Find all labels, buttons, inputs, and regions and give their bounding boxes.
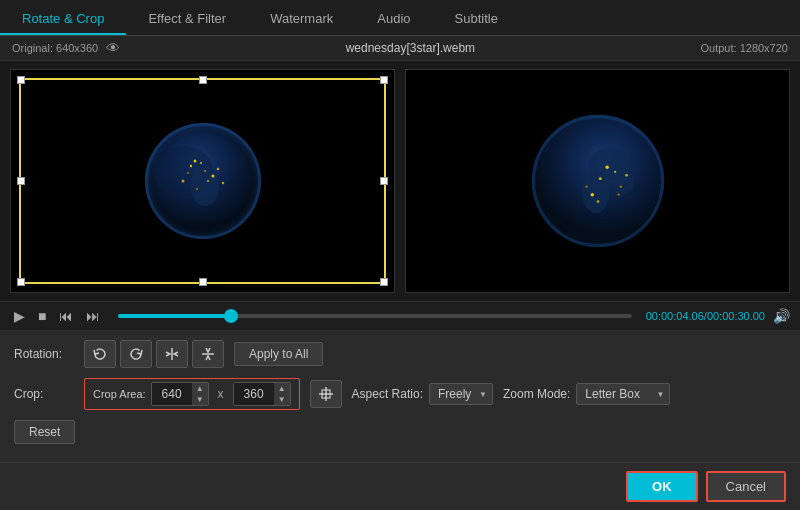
crop-handle-bl[interactable]: [17, 278, 25, 286]
tab-audio[interactable]: Audio: [355, 4, 432, 35]
crop-handle-tc[interactable]: [199, 76, 207, 84]
crop-handle-tr[interactable]: [380, 76, 388, 84]
rotate-cw-icon: [128, 346, 144, 362]
crop-handle-ml[interactable]: [17, 177, 25, 185]
crop-label: Crop:: [14, 387, 74, 401]
reset-row: Reset: [14, 420, 786, 444]
svg-point-32: [596, 200, 599, 203]
crop-width-up[interactable]: ▲: [192, 383, 208, 394]
svg-point-27: [598, 177, 601, 180]
svg-point-29: [590, 193, 593, 196]
svg-point-33: [617, 194, 619, 196]
center-crop-icon: [317, 385, 335, 403]
tab-effect-filter[interactable]: Effect & Filter: [126, 4, 248, 35]
svg-point-31: [585, 186, 587, 188]
crop-height-spinners: ▲ ▼: [274, 383, 290, 405]
tab-subtitle[interactable]: Subtitle: [433, 4, 520, 35]
rotate-ccw-icon: [92, 346, 108, 362]
crop-height-down[interactable]: ▼: [274, 394, 290, 405]
preview-right: [405, 69, 790, 293]
original-resolution: Original: 640x360: [12, 42, 98, 54]
time-total: 00:00:30.00: [707, 310, 765, 322]
crop-row: Crop: Crop Area: ▲ ▼ x ▲ ▼: [14, 378, 786, 410]
info-bar: Original: 640x360 👁 wednesday[3star].web…: [0, 36, 800, 61]
progress-track[interactable]: [118, 314, 631, 318]
rotate-cw-button[interactable]: [120, 340, 152, 368]
svg-point-23: [582, 172, 609, 213]
filename: wednesday[3star].webm: [346, 41, 475, 55]
aspect-ratio-group: Aspect Ratio: Freely 16:9 4:3 1:1: [352, 383, 493, 405]
progress-thumb[interactable]: [224, 309, 238, 323]
flip-v-icon: [200, 346, 216, 362]
flip-h-icon: [164, 346, 180, 362]
crop-width-spinners: ▲ ▼: [192, 383, 208, 405]
zoom-mode-select[interactable]: Letter Box Pan & Scan Full: [576, 383, 670, 405]
output-resolution: Output: 1280x720: [701, 42, 788, 54]
crop-width-input-group: ▲ ▼: [151, 382, 209, 406]
crop-handle-tl[interactable]: [17, 76, 25, 84]
flip-horizontal-button[interactable]: [156, 340, 188, 368]
svg-point-30: [625, 174, 628, 177]
crop-width-down[interactable]: ▼: [192, 394, 208, 405]
eye-icon[interactable]: 👁: [106, 40, 120, 56]
tab-rotate-crop[interactable]: Rotate & Crop: [0, 4, 126, 35]
timeline-bar: ▶ ■ ⏮ ⏭ 00:00:04.06/00:00:30.00 🔊: [0, 301, 800, 330]
svg-point-26: [614, 171, 616, 173]
ok-button[interactable]: OK: [626, 471, 698, 502]
crop-area-box: Crop Area: ▲ ▼ x ▲ ▼: [84, 378, 300, 410]
earth-preview-left: [133, 111, 273, 251]
crop-height-input[interactable]: [234, 383, 274, 405]
rotation-buttons: [84, 340, 224, 368]
time-current: 00:00:04.06: [646, 310, 704, 322]
earth-preview-right: [518, 101, 678, 261]
tabs-bar: Rotate & Crop Effect & Filter Watermark …: [0, 0, 800, 36]
svg-point-25: [605, 166, 608, 169]
crop-height-input-group: ▲ ▼: [233, 382, 291, 406]
cancel-button[interactable]: Cancel: [706, 471, 786, 502]
rotation-label: Rotation:: [14, 347, 74, 361]
crop-handle-bc[interactable]: [199, 278, 207, 286]
tab-watermark[interactable]: Watermark: [248, 4, 355, 35]
svg-point-18: [145, 123, 261, 239]
crop-area-label: Crop Area:: [93, 388, 146, 400]
rotate-ccw-button[interactable]: [84, 340, 116, 368]
time-display: 00:00:04.06/00:00:30.00: [646, 310, 765, 322]
crop-handle-mr[interactable]: [380, 177, 388, 185]
volume-icon[interactable]: 🔊: [773, 308, 790, 324]
stop-button[interactable]: ■: [34, 306, 50, 326]
progress-fill: [118, 314, 231, 318]
prev-frame-button[interactable]: ⏮: [55, 306, 77, 326]
play-button[interactable]: ▶: [10, 306, 29, 326]
next-frame-button[interactable]: ⏭: [82, 306, 104, 326]
crop-height-up[interactable]: ▲: [274, 383, 290, 394]
x-separator: x: [214, 387, 228, 401]
controls-section: Rotation:: [0, 330, 800, 452]
reset-button[interactable]: Reset: [14, 420, 75, 444]
crop-width-input[interactable]: [152, 383, 192, 405]
bottom-bar: OK Cancel: [0, 462, 800, 510]
aspect-ratio-select-wrapper: Freely 16:9 4:3 1:1: [429, 383, 493, 405]
aspect-ratio-label: Aspect Ratio:: [352, 387, 423, 401]
crop-center-button[interactable]: [310, 380, 342, 408]
rotation-row: Rotation:: [14, 340, 786, 368]
timeline-controls: ▶ ■ ⏮ ⏭: [10, 306, 104, 326]
apply-to-all-button[interactable]: Apply to All: [234, 342, 323, 366]
preview-area: [0, 61, 800, 301]
zoom-mode-group: Zoom Mode: Letter Box Pan & Scan Full: [503, 383, 670, 405]
zoom-mode-select-wrapper: Letter Box Pan & Scan Full: [576, 383, 670, 405]
preview-left: [10, 69, 395, 293]
flip-vertical-button[interactable]: [192, 340, 224, 368]
aspect-ratio-select[interactable]: Freely 16:9 4:3 1:1: [429, 383, 493, 405]
zoom-mode-label: Zoom Mode:: [503, 387, 570, 401]
crop-handle-br[interactable]: [380, 278, 388, 286]
svg-point-28: [619, 186, 621, 188]
